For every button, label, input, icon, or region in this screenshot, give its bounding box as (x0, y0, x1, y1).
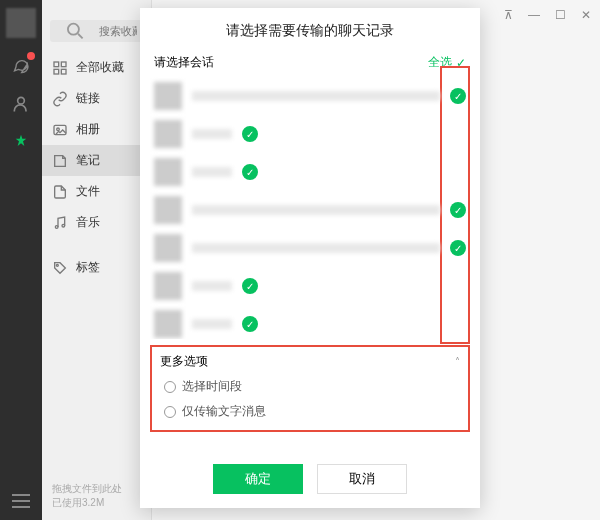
chat-icon[interactable] (11, 56, 31, 76)
conv-header: 请选择会话 全选 ✓ (140, 50, 480, 77)
conv-name (192, 205, 440, 215)
avatar (154, 196, 182, 224)
file-icon (52, 184, 68, 200)
more-options-body: 选择时间段 仅传输文字消息 (160, 378, 460, 420)
avatar (154, 82, 182, 110)
conversation-row[interactable]: ✓ (154, 191, 466, 229)
opt-time-range[interactable]: 选择时间段 (164, 378, 460, 395)
dialog-title: 请选择需要传输的聊天记录 (140, 8, 480, 50)
sidebar-item-label: 相册 (76, 121, 100, 138)
tag-icon (52, 260, 68, 276)
more-options-header[interactable]: 更多选项 ˄ (160, 353, 460, 370)
search-box[interactable] (50, 20, 143, 42)
svg-rect-5 (54, 69, 59, 74)
check-icon[interactable]: ✓ (242, 316, 258, 332)
photo-icon (52, 122, 68, 138)
transfer-dialog: 请选择需要传输的聊天记录 请选择会话 全选 ✓ ✓ ✓ ✓ ✓ ✓ ✓ ✓ 更多… (140, 8, 480, 508)
search-icon (56, 20, 95, 42)
more-options-label: 更多选项 (160, 353, 208, 370)
conv-name (192, 243, 440, 253)
sidebar: 全部收藏 链接 相册 笔记 文件 音乐 标签 拖拽文件到此处 已使用3.2M (42, 0, 152, 520)
sidebar-item-tags[interactable]: 标签 (42, 252, 151, 283)
svg-rect-3 (54, 62, 59, 67)
conversation-row[interactable]: ✓ (154, 305, 466, 339)
avatar (154, 234, 182, 262)
conversation-row[interactable]: ✓ (154, 115, 466, 153)
svg-rect-4 (61, 62, 66, 67)
unread-badge (27, 52, 35, 60)
conversation-row[interactable]: ✓ (154, 267, 466, 305)
conv-name (192, 281, 232, 291)
sidebar-item-music[interactable]: 音乐 (42, 207, 151, 238)
cancel-button[interactable]: 取消 (317, 464, 407, 494)
bg-window-controls: ⊼ — ☐ ✕ (502, 8, 592, 22)
conversation-row[interactable]: ✓ (154, 77, 466, 115)
menu-icon[interactable] (12, 494, 30, 508)
check-icon[interactable]: ✓ (450, 240, 466, 256)
svg-line-2 (78, 34, 83, 39)
opt-label: 仅传输文字消息 (182, 403, 266, 420)
more-options-section: 更多选项 ˄ 选择时间段 仅传输文字消息 (150, 345, 470, 432)
dialog-buttons: 确定 取消 (140, 450, 480, 508)
conversation-row[interactable]: ✓ (154, 229, 466, 267)
svg-point-10 (62, 224, 65, 227)
check-icon[interactable]: ✓ (242, 278, 258, 294)
conversation-list: ✓ ✓ ✓ ✓ ✓ ✓ ✓ (140, 77, 480, 339)
conversation-row[interactable]: ✓ (154, 153, 466, 191)
search-input[interactable] (99, 25, 138, 37)
favorites-icon[interactable] (11, 132, 31, 152)
avatar (154, 120, 182, 148)
sidebar-footer: 拖拽文件到此处 已使用3.2M (52, 482, 122, 510)
link-icon (52, 91, 68, 107)
sidebar-item-photos[interactable]: 相册 (42, 114, 151, 145)
avatar (154, 158, 182, 186)
conv-name (192, 167, 232, 177)
minimize-icon[interactable]: — (528, 8, 540, 22)
avatar (154, 310, 182, 338)
select-conv-label: 请选择会话 (154, 54, 214, 71)
check-icon: ✓ (456, 56, 466, 70)
svg-point-11 (56, 264, 58, 266)
svg-rect-6 (61, 69, 66, 74)
avatar (154, 272, 182, 300)
conv-name (192, 91, 440, 101)
sidebar-item-label: 笔记 (76, 152, 100, 169)
confirm-button[interactable]: 确定 (213, 464, 303, 494)
drag-hint: 拖拽文件到此处 (52, 482, 122, 496)
check-icon[interactable]: ✓ (450, 88, 466, 104)
sidebar-item-label: 链接 (76, 90, 100, 107)
opt-text-only[interactable]: 仅传输文字消息 (164, 403, 460, 420)
note-icon (52, 153, 68, 169)
radio-icon (164, 381, 176, 393)
sidebar-item-links[interactable]: 链接 (42, 83, 151, 114)
close-icon[interactable]: ✕ (580, 8, 592, 22)
sidebar-item-label: 全部收藏 (76, 59, 124, 76)
sidebar-item-files[interactable]: 文件 (42, 176, 151, 207)
svg-point-8 (57, 128, 60, 131)
conv-name (192, 129, 232, 139)
grid-icon (52, 60, 68, 76)
pin-icon[interactable]: ⊼ (502, 8, 514, 22)
check-icon[interactable]: ✓ (242, 164, 258, 180)
nav-strip (0, 0, 42, 520)
svg-point-1 (68, 24, 79, 35)
music-icon (52, 215, 68, 231)
conv-name (192, 319, 232, 329)
check-icon[interactable]: ✓ (242, 126, 258, 142)
sidebar-item-label: 文件 (76, 183, 100, 200)
svg-point-9 (55, 225, 58, 228)
select-all-button[interactable]: 全选 ✓ (428, 54, 466, 71)
user-avatar[interactable] (6, 8, 36, 38)
sidebar-item-label: 标签 (76, 259, 100, 276)
svg-point-0 (18, 97, 25, 104)
maximize-icon[interactable]: ☐ (554, 8, 566, 22)
sidebar-item-label: 音乐 (76, 214, 100, 231)
sidebar-item-all[interactable]: 全部收藏 (42, 52, 151, 83)
sidebar-list: 全部收藏 链接 相册 笔记 文件 音乐 标签 (42, 52, 151, 283)
opt-label: 选择时间段 (182, 378, 242, 395)
sidebar-item-notes[interactable]: 笔记 (42, 145, 151, 176)
usage-text: 已使用3.2M (52, 496, 122, 510)
check-icon[interactable]: ✓ (450, 202, 466, 218)
chevron-up-icon: ˄ (455, 356, 460, 367)
contacts-icon[interactable] (11, 94, 31, 114)
